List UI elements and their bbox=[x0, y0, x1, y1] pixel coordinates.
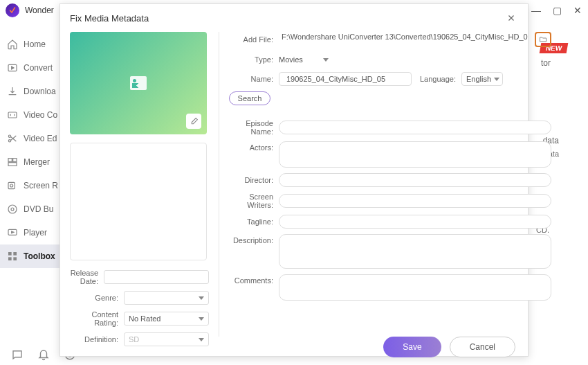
sidebar-item-video-editor[interactable]: Video Ed bbox=[0, 127, 62, 150]
image-placeholder-icon bbox=[130, 76, 147, 90]
maximize-button[interactable]: ▢ bbox=[546, 0, 567, 21]
tagline-input[interactable] bbox=[279, 215, 551, 229]
description-input[interactable] bbox=[279, 234, 551, 269]
bell-icon[interactable] bbox=[37, 348, 50, 361]
svg-rect-5 bbox=[13, 159, 17, 162]
svg-rect-14 bbox=[8, 257, 12, 260]
fix-metadata-modal: Fix Media Metadata Release Date: bbox=[59, 3, 529, 357]
convert-icon bbox=[7, 62, 18, 73]
cancel-button[interactable]: Cancel bbox=[450, 337, 515, 357]
sidebar-item-dvd-burner[interactable]: DVD Bu bbox=[0, 197, 62, 221]
modal-header: Fix Media Metadata bbox=[60, 4, 528, 32]
sidebar-item-label: Home bbox=[24, 39, 46, 49]
director-label: Director: bbox=[229, 176, 279, 184]
download-icon bbox=[7, 86, 18, 97]
add-file-path: F:\Wondershare UniConverter 13\Converted… bbox=[279, 33, 531, 46]
screen-writers-input[interactable] bbox=[279, 194, 551, 208]
description-label: Description: bbox=[229, 234, 279, 244]
app-logo bbox=[6, 3, 19, 17]
sidebar-item-screen-recorder[interactable]: Screen R bbox=[0, 174, 62, 197]
svg-point-9 bbox=[8, 205, 17, 213]
sidebar-item-video-compress[interactable]: Video Co bbox=[0, 103, 62, 127]
director-input[interactable] bbox=[279, 173, 551, 187]
screen-writers-label: Screen Writers: bbox=[229, 193, 279, 209]
episode-name-label: Episode Name: bbox=[229, 119, 279, 136]
sidebar: Home Convert Downloa Video Co Video Ed M… bbox=[0, 24, 62, 350]
player-icon bbox=[7, 227, 18, 238]
svg-rect-4 bbox=[8, 159, 12, 162]
svg-point-8 bbox=[10, 184, 13, 187]
svg-rect-1 bbox=[8, 112, 17, 118]
definition-select[interactable]: SD bbox=[124, 332, 209, 346]
svg-rect-13 bbox=[13, 252, 17, 256]
save-button[interactable]: Save bbox=[383, 337, 441, 357]
edit-thumbnail-button[interactable] bbox=[186, 114, 201, 129]
sidebar-item-toolbox[interactable]: Toolbox bbox=[0, 244, 62, 268]
sidebar-item-convert[interactable]: Convert bbox=[0, 56, 62, 80]
actors-input[interactable] bbox=[279, 141, 551, 168]
window-controls: — ▢ ✕ bbox=[526, 0, 588, 21]
svg-rect-12 bbox=[8, 252, 12, 256]
sidebar-item-label: Downloa bbox=[24, 87, 56, 96]
sidebar-item-label: Video Co bbox=[24, 110, 57, 120]
svg-rect-15 bbox=[13, 257, 17, 260]
name-label: Name: bbox=[229, 75, 279, 83]
sidebar-item-label: Toolbox bbox=[24, 251, 55, 261]
content-rating-label: Content Rating: bbox=[70, 310, 124, 327]
main-window: Wonder — ▢ ✕ Home Convert Downloa Video … bbox=[0, 0, 588, 365]
minimize-button[interactable]: — bbox=[526, 0, 546, 21]
sidebar-item-download[interactable]: Downloa bbox=[0, 80, 62, 103]
genre-label: Genre: bbox=[70, 294, 124, 302]
release-date-input[interactable] bbox=[104, 270, 209, 284]
sidebar-item-player[interactable]: Player bbox=[0, 221, 62, 244]
right-panel: Add File: F:\Wondershare UniConverter 13… bbox=[219, 32, 561, 337]
language-label: Language: bbox=[420, 75, 456, 83]
home-icon bbox=[7, 39, 18, 50]
media-thumbnail bbox=[70, 32, 207, 134]
svg-rect-7 bbox=[8, 182, 15, 188]
sidebar-item-label: Screen R bbox=[24, 181, 58, 190]
browse-file-button[interactable] bbox=[535, 32, 551, 47]
genre-select[interactable] bbox=[124, 291, 209, 305]
compress-icon bbox=[7, 109, 18, 121]
disc-icon bbox=[7, 204, 18, 215]
name-input[interactable] bbox=[279, 72, 412, 86]
sidebar-item-merger[interactable]: Merger bbox=[0, 150, 62, 174]
close-button[interactable]: ✕ bbox=[567, 0, 588, 21]
modal-body: Release Date: Genre: Content Rating: No … bbox=[60, 32, 528, 337]
modal-title: Fix Media Metadata bbox=[70, 13, 149, 24]
results-list[interactable] bbox=[70, 143, 207, 260]
release-date-label: Release Date: bbox=[70, 269, 104, 285]
record-icon bbox=[7, 180, 18, 191]
close-icon[interactable] bbox=[504, 11, 518, 25]
add-file-label: Add File: bbox=[229, 35, 279, 44]
definition-label: Definition: bbox=[70, 335, 124, 344]
type-label: Type: bbox=[229, 55, 279, 64]
actors-label: Actors: bbox=[229, 141, 279, 152]
scissors-icon bbox=[7, 133, 18, 144]
content-rating-select[interactable]: No Rated bbox=[124, 312, 209, 326]
sidebar-item-label: Merger bbox=[24, 157, 50, 167]
toolbox-icon bbox=[7, 251, 18, 262]
message-icon[interactable] bbox=[11, 348, 24, 361]
left-meta-fields: Release Date: Genre: Content Rating: No … bbox=[70, 269, 209, 346]
sidebar-item-label: Player bbox=[24, 228, 47, 238]
svg-rect-6 bbox=[8, 163, 17, 166]
tagline-label: Tagline: bbox=[229, 217, 279, 226]
svg-point-10 bbox=[11, 208, 14, 211]
sidebar-item-label: DVD Bu bbox=[24, 204, 53, 214]
language-select[interactable]: English bbox=[461, 72, 503, 86]
episode-name-input[interactable] bbox=[279, 121, 551, 134]
type-select[interactable]: Movies bbox=[279, 53, 329, 66]
comments-label: Comments: bbox=[229, 274, 279, 285]
comments-input[interactable] bbox=[279, 274, 551, 301]
sidebar-item-home[interactable]: Home bbox=[0, 33, 62, 56]
app-title: Wonder bbox=[25, 6, 54, 15]
left-panel: Release Date: Genre: Content Rating: No … bbox=[60, 32, 219, 337]
search-button[interactable]: Search bbox=[229, 91, 270, 105]
sidebar-item-label: Convert bbox=[24, 63, 53, 73]
sidebar-item-label: Video Ed bbox=[24, 134, 57, 143]
merger-icon bbox=[7, 157, 18, 168]
